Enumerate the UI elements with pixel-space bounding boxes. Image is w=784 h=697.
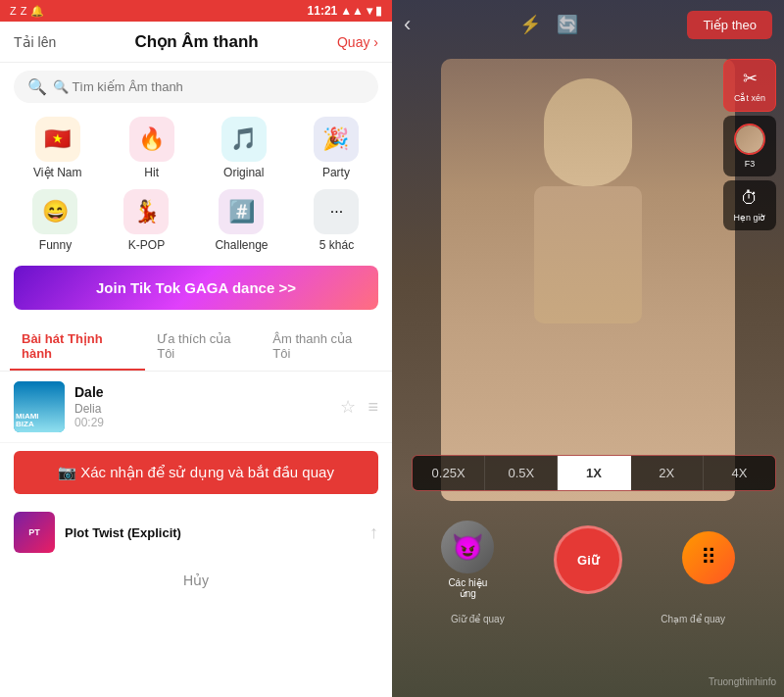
search-input[interactable]	[53, 79, 365, 94]
cancel-button[interactable]: Hủy	[0, 563, 392, 598]
speed-selector: 0.25X 0.5X 1X 2X 4X	[412, 455, 776, 491]
cam-back-button[interactable]: ‹	[404, 12, 411, 37]
search-bar[interactable]: 🔍	[14, 71, 378, 103]
f3-label: F3	[745, 159, 756, 169]
right-toolbar: ✂ Cắt xén F3 ⏱ Hẹn giờ	[723, 59, 776, 230]
back-button[interactable]: Quay ›	[337, 34, 378, 50]
cam-top-icons: ⚡ 🔄	[519, 14, 578, 35]
effects-icon: 😈	[452, 532, 483, 563]
watermark: Truongthinhinfo	[709, 676, 776, 687]
category-label-more: 5 khác	[319, 238, 354, 252]
timer-icon: ⏱	[741, 188, 759, 209]
category-label-kpop: K-POP	[128, 238, 165, 252]
status-bar-left: Z Z 🔔	[10, 5, 44, 18]
record-label: Giữ	[577, 553, 599, 568]
tap-record-label: Chạm để quay	[661, 614, 725, 624]
category-item-hit[interactable]: 🔥 Hit	[129, 117, 174, 179]
speed-025x[interactable]: 0.25X	[413, 456, 485, 490]
next-button[interactable]: Tiếp theo	[687, 11, 772, 39]
app-icon-z: Z	[21, 5, 27, 17]
next-label: Tiếp theo	[703, 18, 757, 32]
speed-2x[interactable]: 2X	[631, 456, 704, 490]
watermark-text: Truongthinhinfo	[709, 676, 776, 687]
category-row-2: 😄 Funny 💃 K-POP #️⃣ Challenge ··· 5 khác	[0, 185, 392, 260]
category-label-hit: Hit	[144, 166, 159, 179]
right-panel: ‹ ⚡ 🔄 Tiếp theo ✂ Cắt xén F3 ⏱	[392, 0, 784, 697]
song-title-plottwist: Plot Twist (Explicit)	[65, 525, 360, 540]
notification-icon: 🔔	[30, 5, 44, 18]
song-duration-dale: 00:29	[74, 416, 330, 429]
battery-icon: ▮	[375, 4, 382, 18]
record-button[interactable]: Giữ	[554, 525, 622, 594]
header: Tải lên Chọn Âm thanh Quay ›	[0, 22, 392, 63]
banner-text: Join Tik Tok GAGA dance >>	[96, 279, 296, 296]
cam-bottom-text: Giữ để quay Chạm để quay	[392, 614, 784, 624]
song-item-plottwist[interactable]: PT Plot Twist (Explicit) ↑	[0, 502, 392, 563]
flip-icon[interactable]: 🔄	[557, 14, 578, 35]
tab-favorites[interactable]: Ưa thích của Tôi	[145, 324, 261, 371]
category-item-party[interactable]: 🎉 Party	[314, 117, 359, 179]
song-info-plottwist: Plot Twist (Explicit)	[65, 525, 360, 540]
flash-icon[interactable]: ⚡	[519, 14, 541, 35]
speed-4x[interactable]: 4X	[704, 456, 775, 490]
challenge-icon: #️⃣	[219, 189, 264, 234]
effects-button[interactable]: 😈 Các hiệu ứng	[441, 521, 494, 599]
grid-effects-button[interactable]: ⠿	[682, 531, 735, 588]
category-label-vietnam: Việt Nam	[33, 166, 81, 179]
scissors-icon: ✂	[743, 68, 758, 89]
category-label-funny: Funny	[39, 238, 72, 252]
category-item-vietnam[interactable]: 🇻🇳 Việt Nam	[33, 117, 81, 179]
effects-label-top: Các hiệu	[448, 577, 487, 588]
grid-circle: ⠿	[682, 531, 735, 584]
song-thumb-plottwist: PT	[14, 512, 55, 553]
confirm-button-text: 📷 Xác nhận để sử dụng và bắt đầu quay	[58, 464, 334, 481]
category-item-more[interactable]: ··· 5 khác	[314, 189, 359, 252]
category-item-challenge[interactable]: #️⃣ Challenge	[215, 189, 268, 252]
speed-05x[interactable]: 0.5X	[485, 456, 558, 490]
tab-trending[interactable]: Bài hát Thịnh hành	[10, 324, 145, 371]
party-icon: 🎉	[314, 117, 359, 162]
category-item-kpop[interactable]: 💃 K-POP	[123, 189, 169, 252]
category-item-original[interactable]: 🎵 Original	[221, 117, 267, 179]
confirm-button[interactable]: 📷 Xác nhận để sử dụng và bắt đầu quay	[14, 451, 378, 494]
song-item-dale[interactable]: MIAMIBIZA Dale Delia 00:29 ☆ ≡	[0, 372, 392, 443]
up-arrow-icon: ↑	[369, 523, 378, 543]
camera-bg: ‹ ⚡ 🔄 Tiếp theo ✂ Cắt xén F3 ⏱	[392, 0, 784, 697]
wifi-icon: ▾	[367, 4, 372, 18]
kpop-icon: 💃	[123, 189, 169, 234]
star-icon[interactable]: ☆	[340, 396, 356, 418]
song-actions-dale: ☆ ≡	[340, 396, 378, 418]
upload-button[interactable]: Tải lên	[14, 34, 56, 50]
vietnam-icon: 🇻🇳	[35, 117, 80, 162]
signal-icon: ▲▲	[340, 4, 364, 18]
left-panel: Z Z 🔔 11:21 ▲▲ ▾ ▮ Tải lên Chọn Âm thanh…	[0, 0, 392, 697]
category-item-funny[interactable]: 😄 Funny	[32, 189, 77, 252]
cut-tool-button[interactable]: ✂ Cắt xén	[723, 59, 776, 112]
category-label-party: Party	[322, 166, 350, 179]
cam-bottom-controls: 😈 Các hiệu ứng Giữ ⠿	[392, 521, 784, 599]
menu-icon[interactable]: ≡	[368, 397, 378, 418]
category-label-original: Original	[223, 166, 264, 179]
avatar-tool-button[interactable]: F3	[723, 116, 776, 176]
tabs: Bài hát Thịnh hành Ưa thích của Tôi Âm t…	[0, 324, 392, 372]
avatar	[734, 124, 765, 155]
cancel-label: Hủy	[183, 573, 209, 588]
original-icon: 🎵	[221, 117, 267, 162]
timer-tool-button[interactable]: ⏱ Hẹn giờ	[723, 180, 776, 230]
song-artist-dale: Delia	[74, 402, 330, 416]
cut-label: Cắt xén	[734, 93, 765, 103]
tab-my-sounds[interactable]: Âm thanh của Tôi	[261, 324, 382, 371]
status-bar: Z Z 🔔 11:21 ▲▲ ▾ ▮	[0, 0, 392, 22]
song-title-dale: Dale	[74, 384, 330, 400]
more-icon: ···	[314, 189, 359, 234]
app-icon-zalo: Z	[10, 5, 17, 17]
effects-circle: 😈	[441, 521, 494, 573]
cam-top-nav: ‹ ⚡ 🔄 Tiếp theo	[392, 0, 784, 49]
hit-icon: 🔥	[129, 117, 174, 162]
status-time: 11:21	[308, 4, 338, 18]
timer-label: Hẹn giờ	[733, 213, 765, 223]
speed-1x[interactable]: 1X	[558, 456, 630, 490]
search-icon: 🔍	[27, 77, 47, 96]
header-title: Chọn Âm thanh	[135, 31, 259, 52]
banner[interactable]: Join Tik Tok GAGA dance >>	[14, 266, 378, 310]
